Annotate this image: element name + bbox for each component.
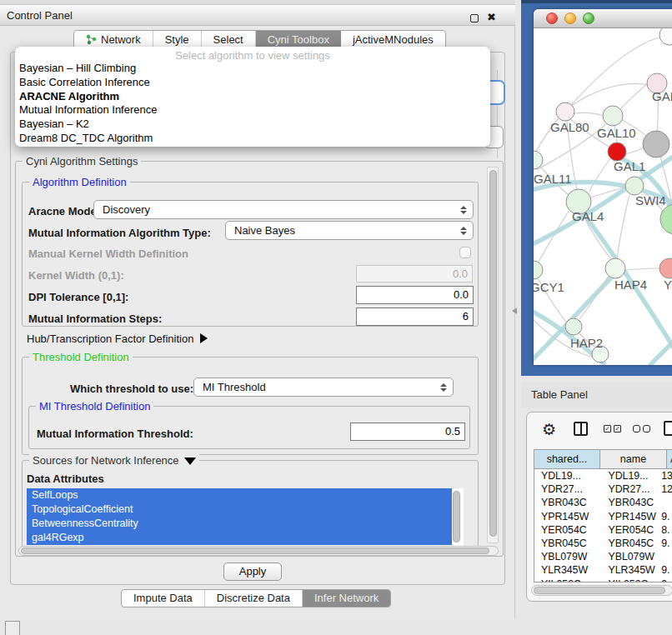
- table-row[interactable]: YPR145WYPR145W9.: [534, 510, 672, 523]
- node-table[interactable]: shared... name A YDL19...YDL19...13YDR27…: [534, 449, 672, 582]
- table-cell[interactable]: YDL19...: [534, 469, 600, 482]
- table-row[interactable]: YBR043CYBR043C: [534, 496, 672, 509]
- network-node[interactable]: [603, 106, 623, 126]
- select-all-columns-icon[interactable]: ✓ ✓: [604, 425, 621, 432]
- table-cell[interactable]: 12: [658, 482, 672, 496]
- gear-icon[interactable]: ⚙: [542, 421, 556, 438]
- which-threshold-combo[interactable]: MI Threshold: [193, 378, 454, 397]
- column-header-name[interactable]: name: [600, 450, 667, 468]
- table-cell[interactable]: 9.: [658, 563, 672, 577]
- table-cell[interactable]: YBR043C: [534, 496, 600, 509]
- mi-threshold-input[interactable]: 0.5: [350, 422, 465, 441]
- algorithm-option[interactable]: Basic Correlation Inference: [15, 76, 490, 90]
- column-header-shared-name[interactable]: shared...: [534, 450, 600, 468]
- tab-style[interactable]: Style: [153, 31, 202, 48]
- table-row[interactable]: YDR27...YDR27...12: [534, 482, 672, 496]
- table-cell[interactable]: YPR145W: [534, 510, 600, 523]
- network-node[interactable]: [659, 258, 672, 278]
- tab-jactivemnodules[interactable]: jActiveMNodules: [341, 31, 445, 48]
- table-cell[interactable]: [658, 550, 672, 563]
- tab-cyni-toolbox[interactable]: Cyni Toolbox: [256, 31, 341, 48]
- table-cell[interactable]: YBR045C: [600, 537, 659, 550]
- algorithm-option[interactable]: Dream8 DC_TDC Algorithm: [15, 132, 490, 146]
- tab-network[interactable]: Network: [74, 31, 153, 48]
- algorithm-option[interactable]: Bayesian – Hill Climbing: [15, 62, 490, 76]
- network-edge[interactable]: [625, 148, 644, 154]
- settings-vertical-scrollbar[interactable]: [487, 167, 499, 543]
- table-row[interactable]: YIL052CYIL052C9: [534, 578, 672, 583]
- network-canvas[interactable]: GAL7GAL80GAL10GAL1GAL11SWI4GAL4GCY1HAP4Y…: [534, 28, 672, 365]
- table-cell[interactable]: YLR345W: [600, 563, 659, 577]
- table-cell[interactable]: YDR27...: [534, 482, 600, 496]
- attribute-list-item[interactable]: SelfLoops: [27, 488, 452, 502]
- tab-discretize-data[interactable]: Discretize Data: [205, 590, 303, 607]
- network-node[interactable]: [625, 177, 644, 195]
- tab-select[interactable]: Select: [202, 31, 256, 48]
- sources-expander[interactable]: Sources for Network Inference: [29, 454, 199, 467]
- attribute-list-item[interactable]: gal4RGexp: [27, 531, 452, 545]
- algorithm-option[interactable]: Bayesian – K2: [15, 118, 490, 132]
- table-cell[interactable]: YBR043C: [600, 496, 659, 509]
- table-cell[interactable]: [658, 496, 672, 509]
- attribute-list-item[interactable]: TopologicalCoefficient: [27, 502, 452, 517]
- network-edge[interactable]: [571, 37, 663, 105]
- table-cell[interactable]: YPR145W: [600, 510, 659, 523]
- scrollbar-thumb[interactable]: [21, 548, 489, 554]
- attribute-list-item[interactable]: BetweennessCentrality: [27, 517, 452, 531]
- close-window-icon[interactable]: [546, 12, 558, 24]
- minimized-panel-icon[interactable]: [5, 621, 20, 635]
- table-row[interactable]: YDL19...YDL19...13: [534, 469, 672, 482]
- table-cell[interactable]: 9.: [658, 537, 672, 550]
- network-node[interactable]: [556, 102, 574, 121]
- table-cell[interactable]: YIL052C: [534, 578, 600, 583]
- mi-steps-input[interactable]: 6: [356, 308, 474, 326]
- columns-icon[interactable]: [574, 422, 588, 436]
- table-cell[interactable]: 9: [658, 578, 672, 583]
- network-node[interactable]: [608, 142, 626, 161]
- network-node[interactable]: [605, 258, 625, 278]
- table-cell[interactable]: YBL079W: [600, 550, 659, 563]
- mi-type-combo[interactable]: Naive Bayes: [225, 221, 474, 240]
- network-edge[interactable]: [571, 83, 650, 106]
- scrollbar-thumb[interactable]: [534, 587, 665, 594]
- network-window-titlebar[interactable]: [534, 9, 672, 28]
- network-node[interactable]: [534, 261, 543, 279]
- network-node[interactable]: [660, 204, 672, 234]
- data-attributes-list[interactable]: SelfLoopsTopologicalCoefficientBetweenne…: [27, 488, 464, 547]
- table-row[interactable]: YBL079WYBL079W: [534, 550, 672, 563]
- column-header-partial[interactable]: A: [667, 450, 672, 468]
- network-edge[interactable]: [589, 158, 610, 192]
- algorithm-option[interactable]: Mutual Information Inference: [15, 103, 490, 118]
- network-edge[interactable]: [617, 195, 629, 258]
- tab-impute-data[interactable]: Impute Data: [122, 590, 205, 607]
- scrollbar-thumb[interactable]: [489, 170, 497, 537]
- table-cell[interactable]: YBL079W: [534, 550, 600, 563]
- network-node[interactable]: [534, 151, 543, 169]
- table-cell[interactable]: YDR27...: [600, 482, 659, 496]
- table-cell[interactable]: YIL052C: [600, 578, 659, 583]
- deselect-all-columns-icon[interactable]: [633, 425, 650, 432]
- network-node[interactable]: [643, 131, 669, 158]
- table-cell[interactable]: 13: [658, 469, 672, 482]
- network-edge[interactable]: [625, 268, 659, 270]
- table-row[interactable]: YER054CYER054C8.: [534, 523, 672, 537]
- table-cell[interactable]: 8.: [658, 523, 672, 537]
- table-horizontal-scrollbar[interactable]: [531, 585, 672, 596]
- list-scrollbar-thumb[interactable]: [453, 491, 460, 542]
- network-edge[interactable]: [574, 112, 604, 116]
- tab-infer-network[interactable]: Infer Network: [303, 590, 390, 607]
- hub-factor-expander[interactable]: Hub/Transcription Factor Definition: [27, 332, 208, 345]
- panel-divider-handle[interactable]: [512, 308, 517, 314]
- aracne-mode-combo[interactable]: Discovery: [93, 200, 474, 219]
- minimize-window-icon[interactable]: [564, 12, 576, 24]
- network-node[interactable]: [565, 318, 582, 335]
- table-cell[interactable]: YBR045C: [534, 537, 600, 550]
- settings-horizontal-scrollbar[interactable]: [18, 546, 499, 556]
- table-cell[interactable]: YER054C: [534, 523, 600, 537]
- toolbar-icon-partial[interactable]: [664, 421, 672, 436]
- apply-button[interactable]: Apply: [223, 562, 282, 581]
- network-node[interactable]: [659, 28, 672, 45]
- table-cell[interactable]: YDL19...: [600, 469, 659, 482]
- algorithm-option[interactable]: ARACNE Algorithm: [15, 90, 490, 104]
- dpi-tolerance-input[interactable]: 0.0: [356, 286, 474, 304]
